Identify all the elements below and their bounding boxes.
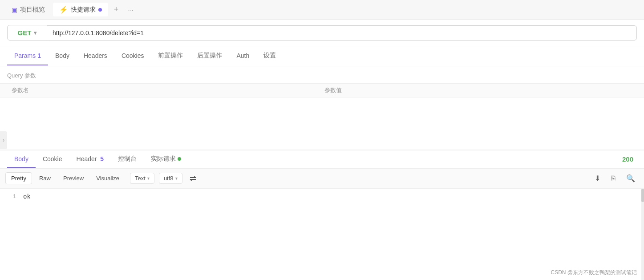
resp-tab-actual[interactable]: 实际请求 (144, 150, 188, 168)
method-chevron-icon: ▾ (34, 30, 36, 36)
scrollbar-thumb (641, 189, 644, 202)
tab-settings[interactable]: 设置 (256, 46, 283, 66)
tab-more-button[interactable]: ··· (124, 4, 137, 16)
params-section: Query 参数 (0, 66, 644, 80)
tab-active-dot (98, 8, 102, 12)
tab-pre-operation[interactable]: 前置操作 (151, 46, 190, 66)
tab-quick-label: 快捷请求 (71, 6, 96, 14)
encoding-chevron-icon: ▾ (175, 176, 178, 181)
col-name-header: 参数名 (7, 86, 324, 94)
body-toolbar: Pretty Raw Preview Visualize Text ▾ utf8… (0, 169, 644, 189)
copy-icon: ⎘ (611, 174, 616, 182)
resp-tab-body[interactable]: Body (7, 151, 36, 168)
actual-request-dot (178, 157, 181, 161)
encoding-label: utf8 (164, 175, 174, 182)
resp-tab-console[interactable]: 控制台 (111, 150, 144, 168)
collapse-icon: › (3, 137, 4, 143)
line-numbers: 1 (7, 193, 16, 200)
tab-headers[interactable]: Headers (77, 47, 114, 65)
tab-post-operation[interactable]: 后置操作 (190, 46, 229, 66)
download-icon: ⬇ (595, 174, 600, 182)
response-scrollbar[interactable] (641, 189, 644, 280)
search-button[interactable]: 🔍 (623, 172, 639, 185)
quick-request-icon: ⚡ (59, 5, 68, 14)
collapse-arrow[interactable]: › (0, 131, 7, 149)
format-dropdown[interactable]: Text ▾ (130, 173, 154, 184)
status-code: 200 (622, 155, 637, 163)
url-bar: GET ▾ (0, 20, 644, 46)
request-tabs: Params 1 Body Headers Cookies 前置操作 后置操作 … (0, 46, 644, 66)
col-value-header: 参数值 (324, 86, 637, 94)
response-body-wrap: 1 ok (0, 189, 644, 280)
pretty-button[interactable]: Pretty (5, 172, 32, 184)
tab-params[interactable]: Params 1 (7, 47, 48, 65)
toolbar-right-actions: ⬇ ⎘ 🔍 (591, 172, 639, 185)
encoding-select-group: utf8 ▾ (159, 173, 182, 184)
tab-overview[interactable]: ▣ 项目概览 (5, 3, 51, 16)
add-icon: + (114, 5, 119, 14)
format-chevron-icon: ▾ (147, 176, 150, 181)
format-label: Text (135, 175, 146, 182)
copy-button[interactable]: ⎘ (608, 172, 619, 185)
overview-icon: ▣ (12, 6, 17, 13)
tab-bar: ▣ 项目概览 ⚡ 快捷请求 + ··· (0, 0, 644, 20)
method-selector[interactable]: GET ▾ (7, 25, 47, 41)
params-table-header: 参数名 参数值 (0, 83, 644, 97)
method-label: GET (18, 29, 32, 37)
main-content: GET ▾ Params 1 Body Headers Cookies 前置操作 (0, 20, 644, 280)
raw-button[interactable]: Raw (34, 173, 56, 184)
tab-auth[interactable]: Auth (229, 47, 256, 65)
code-area: 1 ok (0, 189, 644, 205)
query-params-label: Query 参数 (7, 72, 637, 80)
watermark: CSDN @东方不败之鸭梨的测试笔记 (551, 269, 637, 276)
search-icon: 🔍 (626, 174, 635, 182)
download-button[interactable]: ⬇ (591, 172, 604, 185)
preview-button[interactable]: Preview (58, 173, 89, 184)
resp-tab-cookie[interactable]: Cookie (36, 151, 69, 168)
format-select-group: Text ▾ (130, 173, 154, 184)
response-tabs: Body Cookie Header 5 控制台 实际请求 200 (0, 150, 644, 169)
visualize-button[interactable]: Visualize (91, 173, 125, 184)
tab-cookies[interactable]: Cookies (114, 47, 151, 65)
wrap-icon: ⇌ (190, 174, 196, 183)
tab-overview-label: 项目概览 (20, 6, 45, 14)
code-content: ok (23, 193, 31, 200)
tab-body[interactable]: Body (48, 47, 77, 65)
resp-tab-header[interactable]: Header 5 (69, 151, 111, 168)
wrap-button[interactable]: ⇌ (186, 171, 200, 186)
more-icon: ··· (127, 6, 134, 13)
response-section: Body Cookie Header 5 控制台 实际请求 200 Pretty… (0, 150, 644, 280)
url-input[interactable] (47, 25, 637, 41)
tab-quick-request[interactable]: ⚡ 快捷请求 (53, 3, 108, 16)
line-number-1: 1 (7, 193, 16, 200)
top-half: GET ▾ Params 1 Body Headers Cookies 前置操作 (0, 20, 644, 150)
code-line-1: ok (23, 193, 31, 200)
tab-add-button[interactable]: + (110, 4, 122, 16)
encoding-dropdown[interactable]: utf8 ▾ (159, 173, 182, 184)
